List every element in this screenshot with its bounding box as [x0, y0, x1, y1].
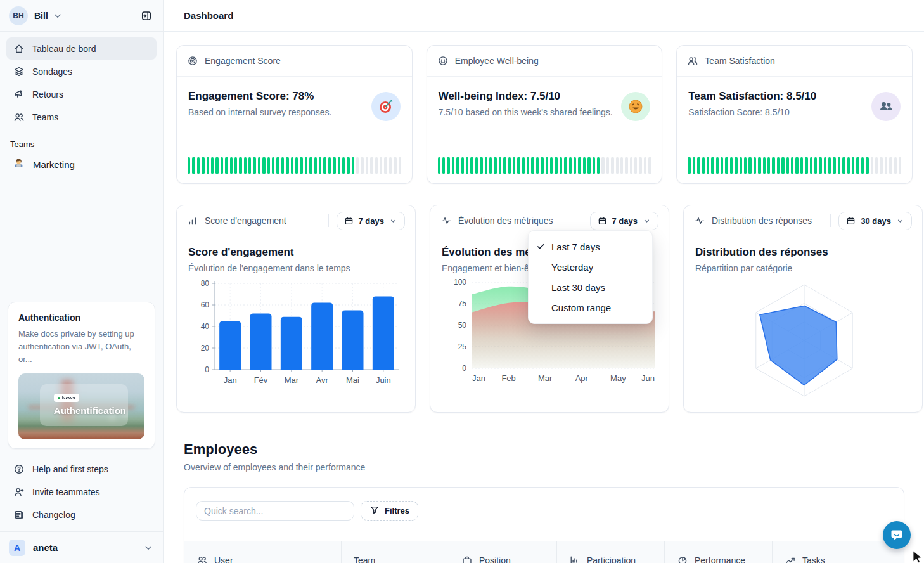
funnel-icon: [369, 505, 380, 517]
svg-text:Jun: Jun: [641, 373, 655, 383]
target-icon: [187, 55, 198, 67]
svg-text:Juin: Juin: [376, 375, 391, 385]
svg-text:May: May: [610, 373, 626, 383]
technologist-emoji-icon: [13, 157, 25, 171]
stat-title: Team Satisfaction: 8.5/10: [688, 90, 899, 103]
date-range-button[interactable]: 7 days: [590, 212, 658, 230]
sidebar-item-sondages[interactable]: Sondages: [6, 60, 157, 82]
page-title: Dashboard: [184, 10, 233, 21]
megaphone-icon: [13, 89, 25, 100]
employees-title: Employees: [184, 441, 913, 458]
stat-subtitle: Satisfaction Score: 8.5/10: [688, 107, 899, 117]
promo-image-title: Authentification: [54, 405, 126, 416]
chart-card-header: Distribution des réponses30 days: [684, 205, 922, 236]
svg-text:0: 0: [205, 365, 209, 374]
chart-canvas: 020406080JanFévMarAvrMaiJuin: [188, 277, 402, 391]
sidebar-item-retours[interactable]: Retours: [6, 83, 157, 105]
help-icon: [13, 463, 25, 475]
employees-subtitle: Overview of employees and their performa…: [184, 462, 913, 472]
chart-subtitle: Évolution de l'engagement dans le temps: [188, 263, 402, 273]
table-header-row: UserTeamPositionParticipationPerformance…: [184, 541, 904, 563]
users-icon: [13, 112, 25, 123]
sidebar-item-teams[interactable]: Teams: [6, 106, 157, 128]
filters-button[interactable]: Filtres: [361, 501, 418, 521]
date-range-button[interactable]: 30 days: [838, 212, 912, 230]
sidebar-item-tableau-de-bord[interactable]: Tableau de bord: [6, 37, 157, 60]
employees-section: Employees Overview of employees and thei…: [184, 441, 913, 563]
auth-promo-card[interactable]: Authentication Make docs private by sett…: [8, 302, 155, 449]
svg-text:75: 75: [458, 299, 467, 308]
sidebar: BH Bill Tableau de bordSondagesRetoursTe…: [0, 0, 164, 563]
menu-item-last-30-days[interactable]: Last 30 days: [529, 277, 652, 297]
svg-text:40: 40: [201, 322, 210, 331]
svg-text:50: 50: [458, 321, 467, 330]
changelog-icon: [13, 509, 25, 521]
activity-icon: [694, 215, 705, 226]
date-range-button[interactable]: 7 days: [337, 212, 405, 230]
chart-canvas: [695, 277, 909, 405]
stat-card-header: Employee Well-being: [427, 46, 662, 77]
sidebar-team-marketing[interactable]: Marketing: [0, 153, 163, 176]
user-plus-icon: [13, 486, 25, 498]
column-header-performance[interactable]: Performance: [665, 541, 773, 563]
column-header-user[interactable]: User: [184, 541, 342, 563]
collapse-sidebar-button[interactable]: [138, 7, 155, 25]
svg-text:0: 0: [462, 364, 466, 373]
sidebar-header: BH Bill: [0, 0, 163, 32]
column-header-participation[interactable]: Participation: [557, 541, 665, 563]
main-header: Dashboard: [164, 0, 924, 32]
user-name[interactable]: Bill: [34, 11, 48, 21]
pie-chart-icon: [677, 555, 688, 563]
svg-text:Mar: Mar: [538, 373, 553, 383]
svg-text:80: 80: [201, 279, 210, 288]
employees-table-card: Filtres UserTeamPositionParticipationPer…: [184, 487, 904, 563]
sidebar-section-label: Teams: [0, 129, 163, 153]
stat-card-header: Team Satisfaction: [677, 46, 912, 77]
svg-text:Jan: Jan: [224, 375, 237, 385]
column-header-team[interactable]: Team: [342, 541, 449, 563]
menu-item-last-7-days[interactable]: Last 7 days: [529, 236, 652, 257]
chart-card-score-d-engagement: Score d'engagement7 daysScore d'engageme…: [176, 205, 416, 413]
column-header-position[interactable]: Position: [449, 541, 557, 563]
svg-text:Mar: Mar: [285, 375, 299, 385]
stat-card-engagement-score: Engagement ScoreEngagement Score: 78%Bas…: [176, 45, 413, 184]
chat-launcher-button[interactable]: [883, 521, 911, 549]
chart-subtitle: Répartition par catégorie: [695, 263, 909, 273]
segmented-progress-bar: [438, 157, 651, 174]
stat-subtitle: Based on internal survey responses.: [188, 107, 399, 117]
column-header-tasks[interactable]: Tasks: [773, 541, 904, 563]
svg-text:20: 20: [201, 344, 210, 353]
chevron-down-icon[interactable]: [52, 10, 63, 22]
calendar-icon: [598, 216, 607, 226]
menu-item-custom-range[interactable]: Custom range: [529, 297, 652, 318]
menu-item-yesterday[interactable]: Yesterday: [529, 257, 652, 277]
sidebar-item-invite-teammates[interactable]: Invite teammates: [6, 481, 157, 503]
home-icon: [13, 43, 25, 55]
stat-subtitle: 7.5/10 based on this week's shared feeli…: [439, 107, 650, 117]
workspace-switcher[interactable]: A aneta: [0, 531, 163, 563]
chat-icon: [889, 527, 904, 543]
stat-cards-row: Engagement ScoreEngagement Score: 78%Bas…: [176, 45, 913, 184]
users-icon: [196, 555, 208, 563]
busts-emoji: [871, 92, 901, 121]
table-toolbar: Filtres: [184, 488, 904, 521]
trend-up-icon: [785, 555, 796, 563]
bar-chart-icon: [569, 555, 581, 563]
stat-title: Engagement Score: 78%: [188, 90, 399, 103]
briefcase-icon: [461, 555, 473, 563]
chart-card-distribution-des-reponses: Distribution des réponses30 daysDistribu…: [683, 205, 923, 413]
divider: [830, 214, 831, 227]
divider: [582, 214, 582, 227]
date-range-dropdown: Last 7 daysYesterdayLast 30 daysCustom r…: [528, 230, 653, 324]
sidebar-item-changelog[interactable]: Changelog: [6, 503, 157, 526]
activity-icon: [440, 215, 452, 226]
avatar[interactable]: BH: [9, 6, 28, 25]
svg-text:Feb: Feb: [501, 373, 515, 383]
sidebar-item-help-and-first-steps[interactable]: Help and first steps: [6, 458, 157, 480]
svg-text:Fév: Fév: [254, 375, 268, 385]
chart-title: Score d'engagement: [188, 246, 402, 259]
promo-image[interactable]: News Authentification: [18, 373, 144, 439]
stat-card-employee-well-being: Employee Well-beingWell-being Index: 7.5…: [427, 45, 663, 184]
promo-title: Authentication: [18, 313, 144, 323]
search-input[interactable]: [196, 501, 354, 521]
